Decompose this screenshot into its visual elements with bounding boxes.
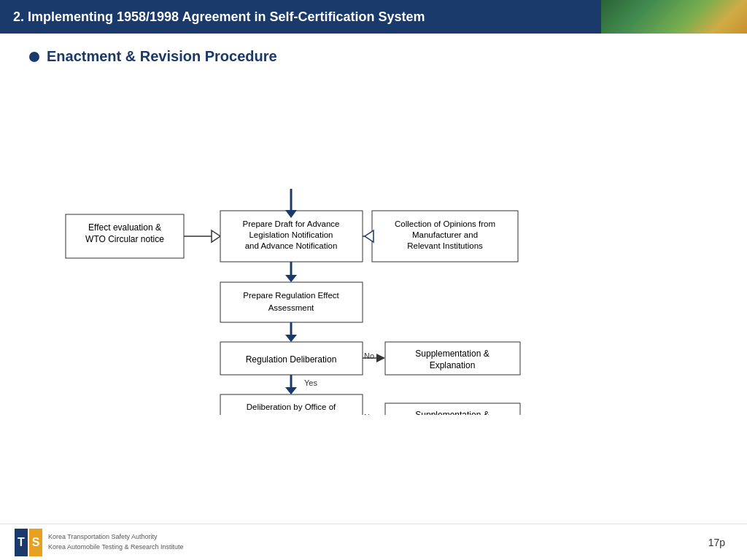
svg-marker-16 (365, 230, 374, 242)
main-content: Enactment & Revision Procedure Effect ev… (0, 34, 747, 437)
footer-text: Korea Transportation Safety Authority Ko… (48, 532, 183, 552)
svg-text:T: T (18, 536, 25, 548)
flowchart: Effect evaluation & WTO Circular notice … (29, 87, 718, 422)
svg-text:Relevant Institutions: Relevant Institutions (407, 241, 483, 250)
ts-logo-icon: T S (15, 529, 42, 556)
header: 2. Implementing 1958/1998 Agreement in S… (0, 0, 747, 34)
svg-text:Supplementation &: Supplementation & (415, 410, 489, 415)
svg-text:No: No (364, 413, 374, 415)
svg-marker-4 (212, 230, 220, 242)
svg-marker-18 (285, 275, 297, 282)
svg-text:Yes: Yes (304, 378, 317, 387)
footer-logo: T S Korea Transportation Safety Authorit… (15, 529, 183, 556)
footer-org2: Korea Automobile Testing & Research Inst… (48, 542, 183, 553)
footer-org1: Korea Transportation Safety Authority (48, 532, 183, 542)
svg-marker-23 (285, 335, 297, 342)
svg-marker-28 (376, 354, 385, 362)
svg-text:Prepare Regulation Effect: Prepare Regulation Effect (243, 291, 339, 300)
svg-text:Legislation Notification: Legislation Notification (249, 230, 333, 239)
footer: T S Korea Transportation Safety Authorit… (0, 524, 747, 560)
svg-text:Prepare Draft for Advance: Prepare Draft for Advance (243, 219, 340, 228)
flowchart-svg: Effect evaluation & WTO Circular notice … (58, 87, 657, 415)
svg-marker-33 (285, 387, 297, 394)
svg-text:Explanation: Explanation (430, 360, 476, 370)
section-title: Enactment & Revision Procedure (29, 48, 718, 65)
svg-text:Assessment: Assessment (268, 303, 314, 312)
svg-text:Collection of Opinions from: Collection of Opinions from (395, 219, 495, 228)
svg-text:Supplementation &: Supplementation & (415, 349, 489, 359)
header-image (601, 0, 747, 34)
svg-text:WTO Circular notice: WTO Circular notice (85, 234, 164, 244)
svg-text:Legislation: Legislation (271, 413, 311, 415)
bullet-icon (29, 52, 39, 62)
svg-text:No: No (364, 351, 374, 360)
svg-text:S: S (32, 536, 40, 548)
svg-rect-19 (220, 282, 363, 322)
header-title: 2. Implementing 1958/1998 Agreement in S… (13, 9, 425, 25)
svg-text:Deliberation by Office of: Deliberation by Office of (247, 402, 336, 411)
svg-text:Effect evaluation &: Effect evaluation & (88, 222, 161, 233)
svg-text:Manufacturer and: Manufacturer and (412, 230, 478, 239)
page-number: 17p (708, 537, 725, 548)
svg-text:and Advance Notification: and Advance Notification (245, 241, 338, 250)
svg-text:Regulation Deliberation: Regulation Deliberation (246, 354, 337, 365)
